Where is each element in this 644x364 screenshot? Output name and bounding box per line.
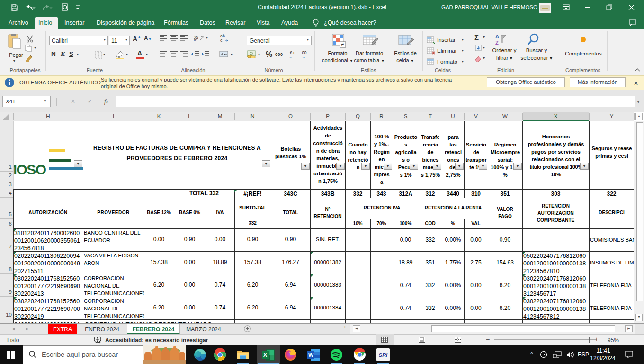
svg-text:ab: ab <box>194 34 199 42</box>
svg-text:X: X <box>263 352 267 358</box>
svg-text:W: W <box>308 352 314 358</box>
svg-text:≠: ≠ <box>341 42 344 47</box>
svg-text:Z: Z <box>495 40 499 46</box>
svg-text:c: c <box>220 38 223 43</box>
svg-text:A: A <box>495 34 499 39</box>
